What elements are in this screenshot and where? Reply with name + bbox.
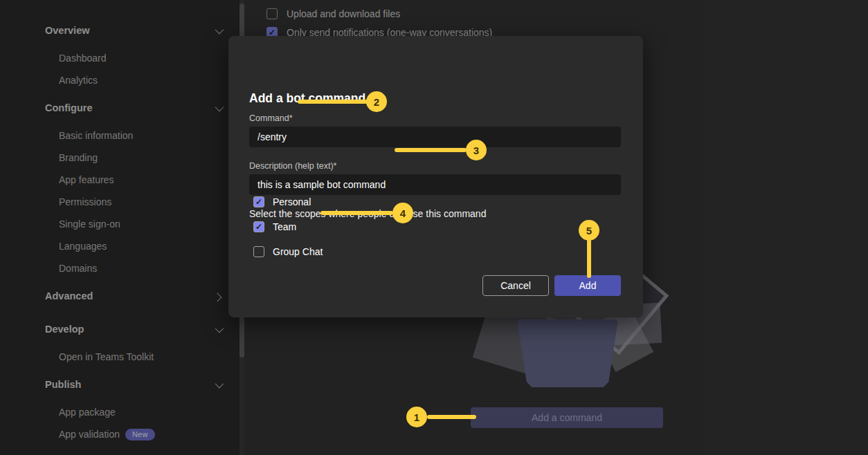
app-window: Overview Dashboard Analytics Configure B…: [0, 0, 868, 455]
scope-row-personal: Personal: [253, 196, 311, 207]
description-input[interactable]: [249, 174, 621, 195]
checkbox-label: Team: [273, 221, 296, 232]
personal-checkbox[interactable]: [253, 196, 264, 207]
annotation-line-4: [320, 211, 393, 215]
annotation-marker-4: 4: [392, 203, 413, 223]
add-button[interactable]: Add: [554, 275, 621, 296]
team-checkbox[interactable]: [253, 221, 264, 232]
annotation-marker-1: 1: [406, 407, 427, 427]
annotation-line-1: [427, 415, 476, 419]
annotation-line-5: [587, 239, 591, 278]
command-input[interactable]: [249, 127, 621, 147]
checkbox-label: Group Chat: [273, 246, 323, 257]
annotation-marker-3: 3: [466, 140, 487, 160]
annotation-line-3: [395, 148, 467, 152]
cancel-button[interactable]: Cancel: [482, 275, 549, 296]
scope-row-team: Team: [253, 221, 296, 232]
group-chat-checkbox[interactable]: [253, 246, 264, 257]
description-field-label: Description (help text)*: [249, 161, 336, 171]
scope-row-group-chat: Group Chat: [253, 246, 323, 257]
annotation-line-2: [298, 100, 368, 104]
annotation-marker-2: 2: [366, 91, 387, 112]
annotation-marker-5: 5: [579, 220, 599, 241]
checkbox-label: Personal: [273, 196, 311, 207]
command-field-label: Command*: [249, 113, 293, 123]
add-bot-command-dialog: Add a bot command Command* Description (…: [228, 36, 643, 317]
